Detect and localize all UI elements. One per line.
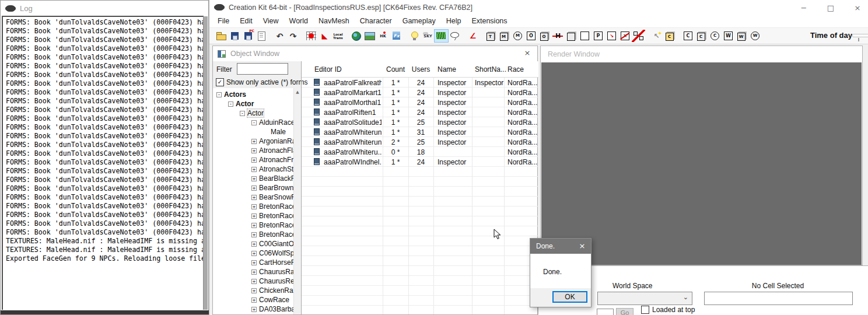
tree-item[interactable]: BretonRace	[213, 230, 293, 239]
menu-item[interactable]: World	[284, 15, 313, 27]
tree-item[interactable]: CartHorseR	[213, 258, 293, 267]
landscape-icon[interactable]	[363, 30, 376, 42]
tree-expander-icon[interactable]	[251, 251, 257, 256]
tree-item[interactable]: BearBrownl	[213, 183, 293, 192]
show-active-checkbox[interactable]: ✓	[216, 78, 224, 86]
loaded-at-top-checkbox[interactable]	[641, 306, 649, 314]
tree-item[interactable]: AlduinRace	[213, 118, 293, 127]
tree-item[interactable]: AtronachFla	[213, 146, 293, 155]
link-marker-icon[interactable]	[632, 30, 645, 42]
snap-to-grid-icon[interactable]	[304, 30, 318, 42]
room-marker-icon[interactable]: ↘	[605, 30, 618, 42]
tree-expander-icon[interactable]	[251, 176, 257, 181]
tree-expander-icon[interactable]	[251, 298, 257, 303]
cube-marker-icon[interactable]	[565, 30, 578, 42]
grass-icon[interactable]	[435, 30, 448, 42]
tree-expander-icon[interactable]	[251, 167, 257, 172]
light-marker-icon[interactable]: ↖	[650, 30, 663, 42]
tree-expander-icon[interactable]	[251, 139, 257, 144]
Inspector[interactable]: aaaPatrolSolitude1 1 * 25 Inspector Nord…	[302, 117, 538, 127]
Inspector[interactable]: aaaPatrolWhiterun2 2 * 25 Inspector Nord…	[302, 137, 538, 147]
cell-search-input[interactable]	[704, 292, 853, 305]
preferences-icon[interactable]	[255, 30, 268, 42]
tree-item[interactable]: BretonRace	[213, 211, 293, 220]
tree-expander-icon[interactable]	[251, 270, 257, 275]
tree-expander-icon[interactable]	[251, 186, 257, 191]
tree-item[interactable]: ChickenRa	[213, 286, 293, 295]
column-header-count[interactable]: Count	[383, 65, 408, 74]
tree-item[interactable]: DA03Barba	[213, 304, 293, 314]
Inspector[interactable]: aaaPatrolWIndhel... 1 * 24 Inspector Nor…	[302, 157, 538, 167]
coordinate-input[interactable]	[597, 309, 614, 315]
ok-button[interactable]: OK	[552, 291, 587, 303]
tree-item[interactable]: Actors	[213, 90, 293, 99]
redo-icon[interactable]: ↷	[286, 30, 300, 42]
tree-expander-icon[interactable]	[251, 260, 257, 265]
tree-item[interactable]: C00GiantO	[213, 239, 293, 249]
tree-item[interactable]: ChaurusRa	[213, 267, 293, 276]
tree-expander-icon[interactable]	[240, 111, 245, 116]
tree-item[interactable]: ChaurusRe	[213, 276, 293, 286]
marker-o-box-icon[interactable]: O	[524, 30, 538, 42]
marker-w-cube-icon[interactable]: W	[735, 30, 748, 42]
tree-expander-icon[interactable]	[251, 242, 257, 247]
save-icon[interactable]	[228, 30, 242, 42]
tree-expander-icon[interactable]	[251, 223, 257, 228]
done-dialog-close-icon[interactable]: ×	[577, 241, 587, 251]
havok-icon[interactable]: HK	[376, 30, 390, 42]
minimize-button[interactable]: −	[793, 0, 815, 15]
tree-expander-icon[interactable]	[251, 307, 257, 312]
column-header-name[interactable]: Name	[438, 65, 456, 74]
column-header-editor-id[interactable]: Editor ID	[314, 65, 342, 74]
Inspector[interactable]: aaaPatrolFalkreath1 1 * 24 Inspector Ins…	[302, 78, 538, 88]
log-scrollbar[interactable]	[203, 16, 208, 310]
menu-item[interactable]: Gameplay	[397, 15, 441, 27]
column-header-shortname[interactable]: ShortNa...	[475, 65, 506, 74]
tree-item[interactable]: AtronachFr	[213, 155, 293, 164]
tree-item[interactable]: AtronachSt	[213, 164, 293, 174]
render-window-titlebar[interactable]: Render Window	[541, 46, 862, 62]
render-viewport[interactable]	[541, 62, 862, 265]
menu-item[interactable]: View	[258, 15, 284, 27]
marker-m-circle-icon[interactable]: M	[511, 30, 524, 42]
marker-h-icon[interactable]: H	[551, 30, 565, 42]
filter-input[interactable]	[237, 63, 288, 75]
tree-expander-icon[interactable]	[251, 158, 257, 163]
tree-expander-icon[interactable]	[251, 214, 257, 219]
scroll-up-icon[interactable]: ▲	[294, 88, 301, 96]
open-icon[interactable]	[215, 30, 228, 42]
tree-item[interactable]: Actor	[213, 99, 293, 108]
portal-marker-icon[interactable]	[578, 30, 592, 42]
tree-expander-icon[interactable]	[251, 120, 257, 125]
tree-expander-icon[interactable]	[251, 232, 257, 237]
collision-cube-icon[interactable]: C	[663, 30, 677, 42]
tree-item[interactable]: CowRace	[213, 295, 293, 304]
go-button[interactable]: Go	[616, 308, 634, 315]
snap-to-angle-icon[interactable]: ◣	[318, 30, 331, 42]
column-header-users[interactable]: Users	[408, 65, 433, 74]
tree-item[interactable]: BretonRace	[213, 202, 293, 211]
tree-expander-icon[interactable]	[251, 195, 257, 200]
dialogue-icon[interactable]	[448, 30, 461, 42]
object-window-titlebar[interactable]: Object Window	[213, 46, 537, 62]
world-icon[interactable]	[349, 30, 363, 42]
marker-p-icon[interactable]: P	[592, 30, 605, 42]
object-window-close-icon[interactable]: ×	[522, 48, 533, 58]
tree-item[interactable]: BretonRace	[213, 220, 293, 230]
heightmap-icon[interactable]: ∠	[466, 30, 480, 42]
tree-item[interactable]: Male	[213, 127, 293, 136]
marker-c-circle-icon[interactable]: C	[708, 30, 722, 42]
close-button[interactable]: ×	[846, 0, 868, 15]
tree-item[interactable]: ArgonianRa	[213, 136, 293, 146]
marker-x-icon[interactable]: ×	[618, 30, 632, 42]
menu-item[interactable]: Help	[441, 15, 467, 27]
log-window-titlebar[interactable]: Log	[1, 1, 208, 16]
fx-icon[interactable]: Fx	[390, 30, 403, 42]
world-space-dropdown[interactable]: ⌄	[597, 292, 692, 305]
marker-c-cube-icon[interactable]: C	[695, 30, 708, 42]
tree-item[interactable]: BearBlackF	[213, 174, 293, 183]
marker-m-cube-icon[interactable]: M	[498, 30, 511, 42]
marker-w-circle-icon[interactable]: W	[748, 30, 762, 42]
Inspector[interactable]: aaaPatrolMarkart1 1 * 24 Inspector NordR…	[302, 88, 538, 97]
tree-expander-icon[interactable]	[251, 204, 257, 209]
